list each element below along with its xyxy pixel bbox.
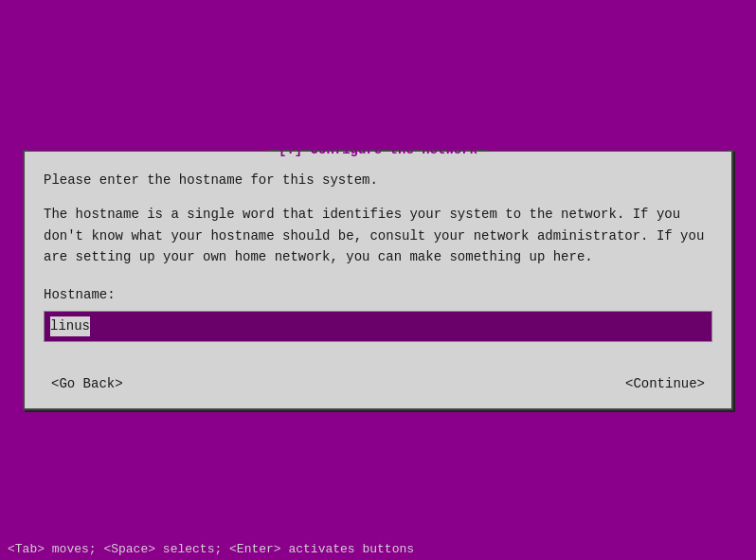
- hostname-remaining: [90, 316, 756, 336]
- status-bar-text: <Tab> moves; <Space> selects; <Enter> ac…: [8, 542, 414, 556]
- continue-button[interactable]: <Continue>: [618, 374, 712, 393]
- dialog-intro: Please enter the hostname for this syste…: [44, 171, 712, 190]
- dialog-title-bar: [!] Configure the network: [25, 142, 731, 157]
- title-line-right: [487, 149, 728, 151]
- go-back-button[interactable]: <Go Back>: [44, 374, 131, 393]
- hostname-label: Hostname:: [44, 285, 712, 305]
- dialog-buttons: <Go Back> <Continue>: [25, 374, 731, 393]
- dialog-title: [!] Configure the network: [273, 142, 483, 157]
- dialog-content: Please enter the hostname for this syste…: [25, 152, 731, 366]
- dialog-box: [!] Configure the network Please enter t…: [23, 150, 733, 409]
- dialog-description: The hostname is a single word that ident…: [44, 204, 712, 267]
- status-bar: <Tab> moves; <Space> selects; <Enter> ac…: [0, 538, 756, 560]
- hostname-input-display: linus: [48, 314, 708, 339]
- hostname-selected-text: linus: [50, 316, 90, 336]
- hostname-input-container[interactable]: linus: [44, 311, 712, 342]
- title-line-left: [28, 149, 269, 151]
